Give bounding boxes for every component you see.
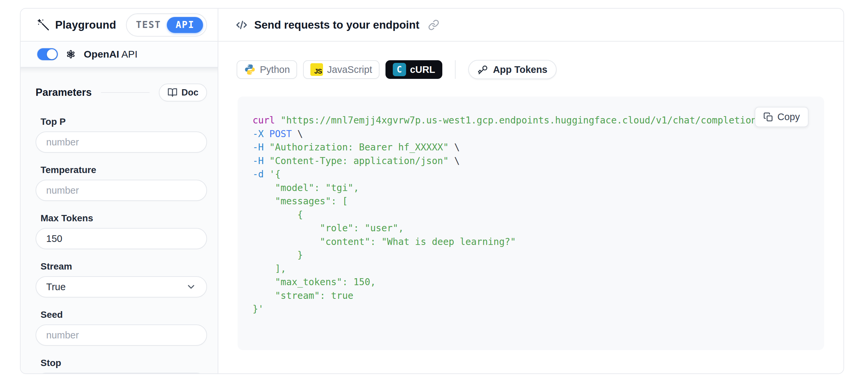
parameters-heading: Parameters xyxy=(36,86,92,99)
main-panel: Python JS JavaScript C cURL Ap xyxy=(218,41,843,373)
code-block: curl "https://mnl7emjj4xgvrw7p.us-west1.… xyxy=(238,96,824,350)
playground-panel: Playground TEST API Send requests to you… xyxy=(20,8,844,374)
test-api-mode-toggle[interactable]: TEST API xyxy=(126,13,207,37)
curl-snippet: curl "https://mnl7emjj4xgvrw7p.us-west1.… xyxy=(253,114,824,316)
sidebar: OpenAI API Parameters Doc Top PTemperatu… xyxy=(21,41,218,373)
language-tabs: Python JS JavaScript C cURL Ap xyxy=(237,60,557,79)
code-line: { xyxy=(253,208,824,222)
param-input-top-p[interactable] xyxy=(36,132,207,153)
tab-curl[interactable]: C cURL xyxy=(385,60,443,79)
code-line: -X POST \ xyxy=(253,128,824,141)
code-line: "max_tokens": 150, xyxy=(253,276,824,289)
param-input-max-tokens[interactable] xyxy=(36,228,207,249)
code-line: -H "Content-Type: application/json" \ xyxy=(253,155,824,168)
python-icon xyxy=(244,63,256,76)
divider xyxy=(455,60,456,79)
main-header: Send requests to your endpoint xyxy=(218,9,843,41)
openai-icon xyxy=(65,49,76,60)
app-tokens-button[interactable]: App Tokens xyxy=(468,60,557,79)
top-bar: Playground TEST API Send requests to you… xyxy=(21,9,843,41)
copy-button[interactable]: Copy xyxy=(755,107,808,127)
param-label-stream: Stream xyxy=(40,261,207,272)
openai-api-row: OpenAI API xyxy=(21,41,218,67)
doc-button[interactable]: Doc xyxy=(159,84,207,102)
parameters-section: Parameters Doc Top PTemperatureMax Token… xyxy=(21,67,218,374)
code-line: "content": "What is deep learning?" xyxy=(253,235,824,249)
curl-c-icon: C xyxy=(393,63,406,76)
book-icon xyxy=(167,87,178,97)
param-label-top-p: Top P xyxy=(40,116,207,128)
code-line: } xyxy=(253,249,824,262)
param-field-temperature: Temperature xyxy=(36,164,207,201)
tab-javascript[interactable]: JS JavaScript xyxy=(303,60,379,79)
param-field-seed: Seed xyxy=(36,309,207,346)
param-field-stream: StreamTrue xyxy=(36,261,207,298)
param-field-max-tokens: Max Tokens xyxy=(36,213,207,249)
openai-api-label: OpenAI API xyxy=(84,49,137,60)
param-label-seed: Seed xyxy=(40,309,207,320)
param-input-temperature[interactable] xyxy=(36,180,207,201)
param-label-max-tokens: Max Tokens xyxy=(40,213,207,224)
code-line: curl "https://mnl7emjj4xgvrw7p.us-west1.… xyxy=(253,114,824,128)
param-input-stop[interactable] xyxy=(36,373,207,374)
param-label-temperature: Temperature xyxy=(40,164,207,176)
param-select-stream[interactable]: True xyxy=(36,276,207,298)
mode-option-test[interactable]: TEST xyxy=(136,19,161,30)
wand-icon xyxy=(37,19,50,31)
code-line: }' xyxy=(253,303,824,316)
tab-python[interactable]: Python xyxy=(237,60,297,79)
param-field-top-p: Top P xyxy=(36,116,207,153)
code-line: "model": "tgi", xyxy=(253,181,824,195)
copy-icon xyxy=(763,112,773,122)
openai-api-toggle[interactable] xyxy=(37,48,58,60)
param-input-seed[interactable] xyxy=(36,325,207,346)
chevron-down-icon xyxy=(186,282,196,292)
code-line: ], xyxy=(253,262,824,276)
js-icon: JS xyxy=(310,63,323,76)
code-line: -H "Authorization: Bearer hf_XXXXX" \ xyxy=(253,141,824,155)
parameter-fields: Top PTemperatureMax TokensStreamTrueSeed… xyxy=(36,116,207,374)
selected-value: True xyxy=(46,282,66,292)
code-icon xyxy=(235,18,248,32)
section-title: Send requests to your endpoint xyxy=(254,19,420,31)
code-line: -d '{ xyxy=(253,168,824,181)
link-icon[interactable] xyxy=(428,19,439,31)
page-title: Playground xyxy=(55,19,116,31)
code-line: "stream": true xyxy=(253,289,824,303)
param-field-stop: Stop xyxy=(36,357,207,374)
mode-option-api[interactable]: API xyxy=(167,17,203,33)
code-line: "messages": [ xyxy=(253,195,824,208)
param-label-stop: Stop xyxy=(40,357,207,369)
code-line: "role": "user", xyxy=(253,222,824,235)
sidebar-header: Playground TEST API xyxy=(21,9,218,41)
key-icon xyxy=(477,64,488,75)
divider xyxy=(101,92,150,93)
